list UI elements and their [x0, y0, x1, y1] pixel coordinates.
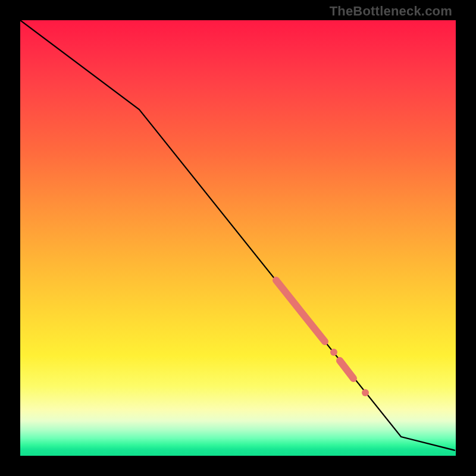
highlight-seg-1 [276, 280, 325, 342]
frame-right [456, 0, 476, 476]
bottleneck-curve [20, 20, 455, 450]
highlight-dot-1 [330, 349, 337, 356]
watermark-text: TheBottleneck.com [330, 4, 452, 19]
highlight-group [276, 280, 369, 396]
plot-area [20, 20, 456, 456]
highlight-seg-2 [340, 361, 353, 378]
curve-group [20, 20, 455, 450]
frame-left [0, 0, 20, 476]
highlight-dot-2 [362, 389, 369, 396]
chart-stage: TheBottleneck.com [0, 0, 476, 476]
frame-bottom [0, 456, 476, 476]
plot-svg [20, 20, 456, 456]
